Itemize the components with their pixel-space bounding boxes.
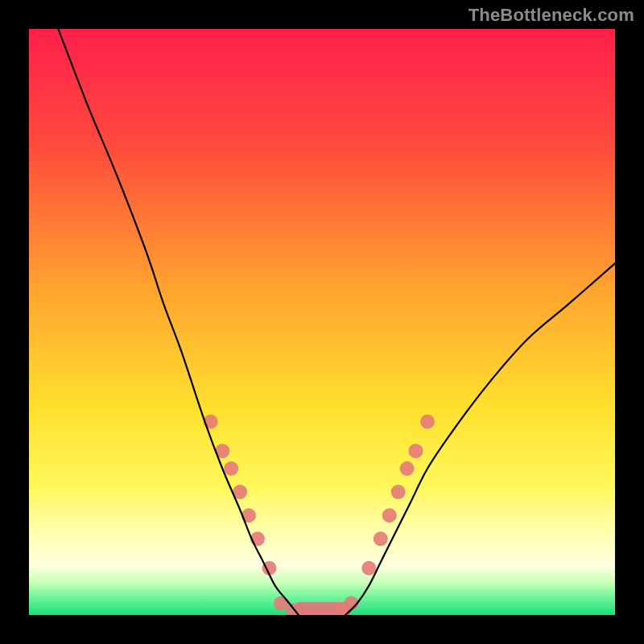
chart-frame: TheBottleneck.com <box>0 0 644 644</box>
marker-dot <box>391 485 406 499</box>
marker-dot <box>382 508 397 522</box>
marker-dot <box>400 461 415 476</box>
gradient-background <box>29 29 615 615</box>
marker-dot <box>224 461 238 476</box>
watermark-text: TheBottleneck.com <box>469 5 634 26</box>
chart-svg <box>29 29 615 615</box>
marker-dot <box>361 561 376 576</box>
plot-area <box>29 29 615 615</box>
marker-dot <box>374 531 388 546</box>
marker-dot <box>420 415 435 429</box>
marker-dot <box>408 444 423 458</box>
